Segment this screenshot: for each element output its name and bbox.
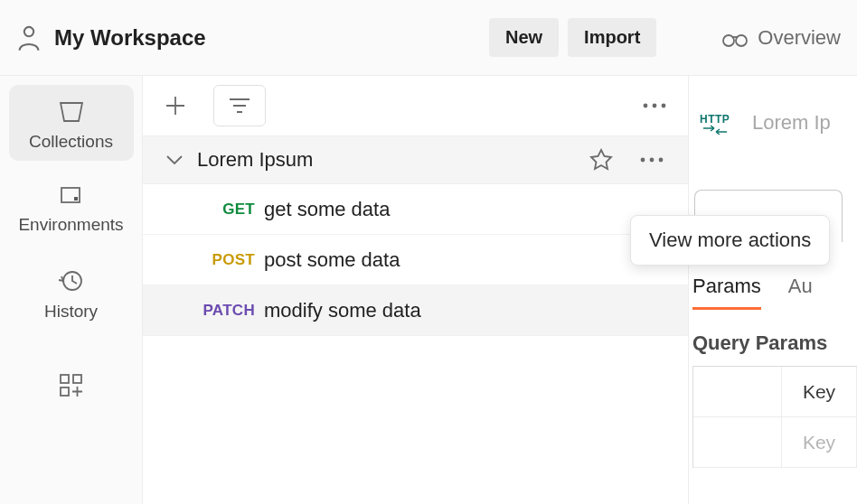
- collection-panel: Lorem Ipsum GET get some data POST pos: [143, 76, 689, 504]
- rail-label: Environments: [18, 215, 123, 235]
- new-button[interactable]: New: [489, 18, 559, 57]
- overview-tab[interactable]: Overview: [721, 26, 841, 50]
- create-icon: [58, 372, 85, 399]
- more-horizontal-icon: [638, 156, 665, 163]
- svg-point-14: [659, 158, 664, 163]
- rail-item-environments[interactable]: Environments: [9, 172, 134, 244]
- request-name: post some data: [264, 248, 400, 272]
- method-label: PATCH: [190, 302, 255, 320]
- filter-button[interactable]: [213, 85, 266, 126]
- table-header-key: Key: [782, 367, 857, 416]
- workspace-title: My Workspace: [54, 25, 206, 51]
- method-label: GET: [190, 201, 255, 219]
- query-params-table: Key Key: [692, 366, 857, 468]
- rail-label: Collections: [29, 132, 113, 152]
- collections-icon: [57, 98, 86, 125]
- collection-header[interactable]: Lorem Ipsum: [143, 135, 688, 184]
- svg-point-10: [653, 103, 657, 107]
- svg-rect-7: [73, 375, 81, 383]
- rail-label: History: [44, 302, 98, 322]
- binoculars-icon: [721, 28, 749, 48]
- svg-point-12: [641, 158, 645, 163]
- collection-name: Lorem Ipsum: [197, 148, 313, 172]
- workspace-selector[interactable]: My Workspace: [16, 24, 206, 51]
- svg-point-9: [644, 103, 648, 107]
- svg-rect-8: [61, 387, 69, 396]
- request-title: Lorem Ip: [752, 111, 831, 135]
- request-row[interactable]: POST post some data: [143, 235, 688, 285]
- svg-rect-4: [74, 197, 78, 201]
- plus-icon: [163, 93, 188, 118]
- history-icon: [58, 267, 85, 294]
- toolbar-more-button[interactable]: [636, 97, 673, 115]
- svg-point-0: [24, 26, 33, 35]
- environments-icon: [58, 184, 85, 208]
- tooltip-view-more-actions: View more actions: [630, 215, 830, 266]
- method-label: POST: [190, 251, 255, 269]
- http-icon: HTTP: [700, 111, 738, 135]
- tab-params[interactable]: Params: [692, 275, 761, 310]
- request-row[interactable]: GET get some data: [143, 184, 688, 235]
- request-editor-panel: HTTP Lorem Ip Params Au Query Params Key…: [689, 76, 857, 504]
- table-row[interactable]: Key: [693, 417, 857, 468]
- topbar: My Workspace New Import Overview: [0, 0, 857, 76]
- svg-point-13: [650, 158, 655, 163]
- request-name: get some data: [264, 198, 390, 221]
- table-header-checkbox: [693, 367, 782, 416]
- request-row[interactable]: PATCH modify some data: [143, 285, 688, 336]
- query-params-title: Query Params: [689, 310, 857, 366]
- favorite-button[interactable]: [585, 144, 617, 176]
- rail-item-collections[interactable]: Collections: [9, 85, 134, 161]
- chevron-down-icon: [165, 154, 184, 166]
- request-tabs: Params Au: [689, 275, 857, 310]
- person-icon: [16, 24, 42, 51]
- svg-rect-6: [61, 375, 69, 383]
- collection-more-button[interactable]: [635, 153, 669, 167]
- tab-auth[interactable]: Au: [788, 275, 813, 310]
- add-button[interactable]: [157, 88, 193, 124]
- overview-label: Overview: [758, 26, 841, 50]
- star-icon: [589, 147, 614, 173]
- svg-point-11: [662, 103, 666, 107]
- collection-toolbar: [143, 76, 688, 135]
- svg-text:HTTP: HTTP: [700, 113, 730, 126]
- filter-icon: [227, 96, 252, 116]
- table-cell-checkbox[interactable]: [693, 417, 782, 467]
- import-button[interactable]: Import: [568, 18, 656, 57]
- request-name: modify some data: [264, 299, 421, 322]
- more-horizontal-icon: [641, 102, 668, 109]
- rail-item-create[interactable]: [9, 359, 134, 408]
- table-header-row: Key: [693, 367, 857, 417]
- key-input[interactable]: Key: [782, 417, 857, 467]
- left-rail: Collections Environments History: [0, 76, 143, 504]
- rail-item-history[interactable]: History: [9, 255, 134, 331]
